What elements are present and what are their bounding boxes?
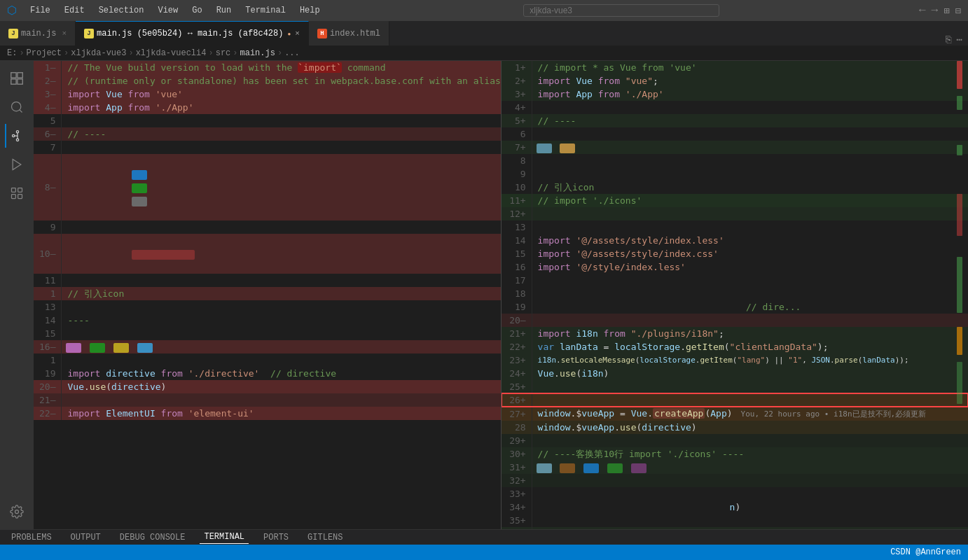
right-editor-pane: 1+ // import * as Vue from 'vue' 2+ impo…: [502, 61, 969, 529]
right-line-27: 27+ window.$vueApp = Vue.createApp(App)Y…: [502, 407, 969, 421]
right-line-15: 15 import '@/assets/style/index.css': [502, 247, 969, 260]
menu-view[interactable]: View: [153, 4, 182, 17]
svg-rect-11: [12, 195, 16, 199]
search-icon[interactable]: [5, 95, 29, 119]
breadcrumb: E: › Project › xljkda-vue3 › xljkda-vuec…: [0, 46, 968, 61]
svg-rect-9: [12, 188, 16, 192]
tabbar: J main.js × J main.js (5e05b24) ↔ main.j…: [0, 21, 968, 46]
code-line-16: 16–: [34, 340, 501, 354]
statusbar-right-text: CSDN @AnnGreen: [890, 547, 961, 557]
search-input[interactable]: [523, 4, 719, 17]
code-line-17: 1: [34, 354, 501, 367]
code-line-8: 8–: [34, 154, 501, 220]
tab-diff-label: main.js (5e05b24) ↔ main.js (af8c428): [97, 29, 283, 38]
run-debug-icon[interactable]: [5, 153, 29, 176]
explorer-icon[interactable]: [5, 66, 29, 90]
right-line-20: 20–: [502, 314, 969, 327]
tab-js-icon: J: [8, 29, 18, 38]
source-control-icon[interactable]: [5, 124, 29, 148]
menu-selection[interactable]: Selection: [95, 4, 148, 17]
right-line-11: 11+ // import './icons': [502, 194, 969, 207]
svg-rect-10: [18, 188, 22, 192]
code-line-7: 7: [34, 141, 501, 154]
right-line-24: 24+ Vue.use(i18n): [502, 367, 969, 380]
tab-close[interactable]: ×: [62, 29, 67, 38]
right-line-13: 13: [502, 220, 969, 234]
svg-point-6: [16, 139, 18, 141]
close-icon[interactable]: ⊟: [955, 5, 961, 17]
right-line-28: 28 window.$vueApp.use(directive): [502, 421, 969, 434]
right-line-3: 3+ import App from './App': [502, 88, 969, 101]
svg-rect-2: [11, 79, 16, 84]
code-line-1: 1– // The Vue build version to load with…: [34, 61, 501, 74]
right-line-36: 36+: [502, 527, 969, 529]
right-line-19: 19 // dire...: [502, 300, 969, 314]
right-line-21: 21+ import i18n from "./plugins/i18n";: [502, 327, 969, 340]
right-line-18: 18: [502, 287, 969, 300]
svg-rect-1: [18, 73, 22, 78]
svg-point-5: [16, 131, 18, 133]
menu-terminal[interactable]: Terminal: [241, 4, 290, 17]
layout-icon: ⊞: [943, 5, 949, 17]
right-line-17: 17: [502, 274, 969, 287]
tab-problems[interactable]: PROBLEMS: [7, 531, 56, 544]
bottom-panel-tabs: PROBLEMS OUTPUT DEBUG CONSOLE TERMINAL P…: [0, 529, 968, 545]
code-line-20: 20– Vue.use(directive): [34, 380, 501, 393]
code-line-3: 3– import Vue from 'vue': [34, 88, 501, 101]
right-code-area[interactable]: 1+ // import * as Vue from 'vue' 2+ impo…: [502, 61, 969, 529]
nav-back[interactable]: ←: [919, 4, 926, 17]
tab-output[interactable]: OUTPUT: [67, 531, 105, 544]
right-line-4: 4+: [502, 101, 969, 114]
activitybar: [0, 61, 34, 529]
svg-point-13: [15, 510, 19, 514]
split-editor-icon[interactable]: ⎘: [946, 34, 951, 46]
nav-forward[interactable]: →: [932, 4, 939, 17]
settings-icon[interactable]: [5, 500, 29, 524]
right-line-12: 12+: [502, 207, 969, 220]
right-line-1: 1+ // import * as Vue from 'vue': [502, 61, 969, 74]
tab-debug-console[interactable]: DEBUG CONSOLE: [116, 531, 190, 544]
left-code-area[interactable]: 1– // The Vue build version to load with…: [34, 61, 501, 529]
menu-edit[interactable]: Edit: [60, 4, 89, 17]
right-line-7: 7+: [502, 141, 969, 154]
right-line-23: 23+ i18n.setLocaleMessage(localStorage.g…: [502, 354, 969, 367]
code-line-2: 2– // (runtime only or standalone) has b…: [34, 74, 501, 88]
right-line-5: 5+ // ----: [502, 114, 969, 127]
right-line-25: 25+: [502, 380, 969, 393]
menu-run[interactable]: Run: [212, 4, 236, 17]
svg-rect-3: [18, 79, 22, 84]
right-line-9: 9: [502, 167, 969, 181]
svg-point-7: [13, 134, 15, 136]
menu-help[interactable]: Help: [296, 4, 324, 17]
tab-index-html[interactable]: H index.html: [309, 21, 389, 46]
tab-diff-js-icon: J: [84, 29, 94, 38]
tab-dirty-dot: ●: [287, 31, 291, 37]
tab-terminal[interactable]: TERMINAL: [200, 531, 249, 544]
tab-gitlens[interactable]: GITLENS: [303, 531, 347, 544]
code-line-4: 4– import App from './App': [34, 101, 501, 114]
right-line-35: 35+: [502, 514, 969, 527]
right-line-30: 30+ // ----客换第10行 import './icons' ----: [502, 447, 969, 461]
code-line-10: 10–: [34, 234, 501, 274]
tab-diff[interactable]: J main.js (5e05b24) ↔ main.js (af8c428) …: [76, 21, 309, 46]
svg-point-4: [12, 102, 21, 111]
right-line-32: 32+: [502, 474, 969, 487]
code-line-22: 22– import ElementUI from 'element-ui': [34, 407, 501, 420]
right-line-34: 34+ n): [502, 500, 969, 514]
menu-go[interactable]: Go: [188, 4, 206, 17]
right-line-31: 31+: [502, 461, 969, 474]
right-line-16: 16 import '@/style/index.less': [502, 260, 969, 274]
right-line-14: 14 import '@/assets/style/index.less': [502, 234, 969, 247]
tab-ports[interactable]: PORTS: [259, 531, 293, 544]
code-line-5: 5: [34, 114, 501, 127]
extensions-icon[interactable]: [5, 181, 29, 205]
more-actions-icon[interactable]: ⋯: [957, 34, 962, 46]
right-line-26: 26+: [502, 393, 969, 407]
vscode-logo: ⬡: [7, 4, 17, 18]
tab-label: main.js: [21, 29, 56, 38]
right-line-10: 10 // 引入icon: [502, 181, 969, 194]
tab-html-icon: H: [317, 29, 327, 38]
menu-file[interactable]: File: [26, 4, 55, 17]
tab-diff-close[interactable]: ×: [295, 29, 300, 38]
tab-main-js[interactable]: J main.js ×: [0, 21, 76, 46]
